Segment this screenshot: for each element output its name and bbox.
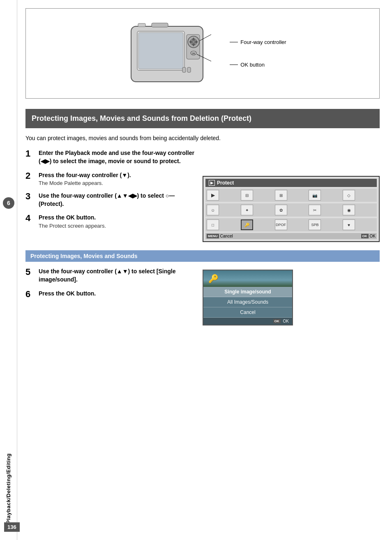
step-1: 1 Enter the Playback mode and use the fo… — [25, 149, 194, 165]
chapter-label: Playback/Deleting/Editing — [5, 453, 12, 524]
palette-cell: ▶ — [207, 190, 219, 201]
palette-cell: ◇ — [343, 190, 355, 201]
palette-grid-row1: ▶ ⊟ ⊞ 📷 ◇ — [205, 189, 377, 202]
svg-rect-14 — [138, 23, 145, 27]
palette-title: Protect — [217, 180, 234, 186]
steps-56-left: 5 Use the four-way controller (▲▼) to se… — [25, 268, 203, 325]
protect-menu-list: Single image/sound All Images/Sounds Can… — [203, 287, 292, 318]
protect-key-icon: 🔑 — [208, 274, 219, 284]
steps-5-6-area: 5 Use the four-way controller (▲▼) to se… — [25, 268, 380, 325]
palette-cell: □ — [207, 219, 219, 230]
step-4-title: Press the OK button. — [39, 214, 194, 222]
step-2-desc: The Mode Palette appears. — [39, 180, 194, 186]
step-6-title: Press the OK button. — [39, 290, 194, 298]
protect-ok-btn: OK — [273, 319, 281, 323]
palette-ok-area: OK OK — [361, 234, 376, 238]
protect-menu-all: All Images/Sounds — [203, 297, 292, 307]
step-2: 2 Press the four-way controller (▼). The… — [25, 171, 194, 187]
step-4: 4 Press the OK button. The Protect scree… — [25, 214, 194, 229]
protect-menu-cancel: Cancel — [203, 307, 292, 318]
protect-bg: 🔑 — [203, 270, 292, 287]
palette-cancel-area: MENU Cancel — [207, 234, 233, 238]
svg-point-6 — [192, 40, 195, 44]
svg-text:OK: OK — [192, 52, 196, 55]
palette-cell: ✿ — [275, 205, 287, 215]
protect-footer: OK OK — [203, 318, 292, 325]
four-way-label: Four-way controller — [230, 39, 286, 45]
palette-grid-row2: ☺ ✦ ✿ ✂ ◉ — [205, 203, 377, 217]
step-6: 6 Press the OK button. — [25, 290, 194, 299]
step-4-content: Press the OK button. The Protect screen … — [39, 214, 194, 229]
svg-rect-13 — [152, 23, 168, 27]
palette-cell-protect-selected: 🔑 — [241, 219, 253, 230]
palette-cell: DPOF — [275, 219, 287, 230]
protect-screen-screenshot: 🔑 Single image/sound All Images/Sounds C… — [203, 268, 380, 325]
ok-label-btn: OK — [361, 234, 369, 238]
intro-text: You can protect images, movies and sound… — [25, 134, 380, 143]
palette-cell: SPB — [309, 219, 321, 230]
main-content: OK Four-way control — [17, 0, 392, 540]
page-number: 136 — [4, 522, 20, 532]
protect-screen: 🔑 Single image/sound All Images/Sounds C… — [203, 270, 293, 325]
sidebar: 6 Playback/Deleting/Editing — [0, 0, 17, 540]
section-title: Protecting Images, Movies and Sounds fro… — [25, 109, 380, 128]
sub-section-title: Protecting Images, Movies and Sounds — [25, 250, 380, 262]
steps-left: 1 Enter the Playback mode and use the fo… — [25, 149, 203, 242]
palette-cell: ✂ — [309, 205, 321, 215]
svg-rect-16 — [187, 67, 191, 72]
palette-cell: ◉ — [343, 205, 355, 215]
step-3: 3 Use the four-way controller (▲▼◀▶) to … — [25, 192, 194, 208]
ok-dash — [230, 65, 238, 65]
step-6-content: Press the OK button. — [39, 290, 194, 298]
step-5-title: Use the four-way controller (▲▼) to sele… — [39, 268, 194, 284]
ok-button-text: OK button — [240, 62, 265, 68]
mode-palette-screenshot: ▶ Protect ▶ ⊟ ⊞ 📷 ◇ ☺ ✦ ✿ ✂ ◉ — [203, 174, 380, 242]
menu-label: MENU — [207, 234, 219, 238]
palette-footer: MENU Cancel OK OK — [205, 233, 377, 239]
palette-cell: ⊟ — [241, 190, 253, 201]
step-1-content: Enter the Playback mode and use the four… — [39, 149, 194, 165]
svg-rect-2 — [138, 32, 183, 69]
step-4-desc: The Protect screen appears. — [39, 223, 194, 229]
step-3-number: 3 — [25, 192, 35, 201]
step-2-number: 2 — [25, 171, 35, 180]
step-3-title: Use the four-way controller (▲▼◀▶) to se… — [39, 192, 194, 208]
palette-header: ▶ Protect — [205, 179, 377, 187]
palette-ok-label: OK — [370, 234, 376, 238]
four-way-text: Four-way controller — [240, 39, 286, 45]
palette-grid-row3: □ 🔑 DPOF SPB ♥ — [205, 218, 377, 231]
palette-cell: ☺ — [207, 205, 219, 215]
palette-cell: 📷 — [309, 190, 321, 201]
step-3-content: Use the four-way controller (▲▼◀▶) to se… — [39, 192, 194, 208]
step-5-content: Use the four-way controller (▲▼) to sele… — [39, 268, 194, 284]
camera-labels: Four-way controller OK button — [230, 39, 286, 68]
step-6-number: 6 — [25, 290, 35, 299]
step-2-title: Press the four-way controller (▼). — [39, 171, 194, 180]
step-1-number: 1 — [25, 149, 35, 158]
steps-1-4-area: 1 Enter the Playback mode and use the fo… — [25, 149, 380, 242]
camera-diagram: OK Four-way control — [119, 14, 286, 93]
four-way-dash — [230, 42, 238, 42]
camera-illustration: OK — [119, 14, 217, 93]
step-5-number: 5 — [25, 268, 35, 277]
protect-ok-label: OK — [283, 319, 289, 323]
protect-menu-single: Single image/sound — [203, 287, 292, 297]
mode-palette: ▶ Protect ▶ ⊟ ⊞ 📷 ◇ ☺ ✦ ✿ ✂ ◉ — [203, 176, 380, 242]
step-4-number: 4 — [25, 214, 35, 223]
palette-cell: ♥ — [343, 219, 355, 230]
step-2-content: Press the four-way controller (▼). The M… — [39, 171, 194, 187]
palette-cell: ✦ — [241, 205, 253, 215]
chapter-number: 6 — [3, 197, 14, 209]
camera-diagram-box: OK Four-way control — [25, 8, 380, 99]
svg-rect-15 — [182, 67, 186, 72]
palette-cancel-label: Cancel — [220, 234, 233, 238]
step-5: 5 Use the four-way controller (▲▼) to se… — [25, 268, 194, 284]
step-1-title: Enter the Playback mode and use the four… — [39, 149, 194, 165]
palette-cell: ⊞ — [275, 190, 287, 201]
ok-button-label: OK button — [230, 62, 286, 68]
